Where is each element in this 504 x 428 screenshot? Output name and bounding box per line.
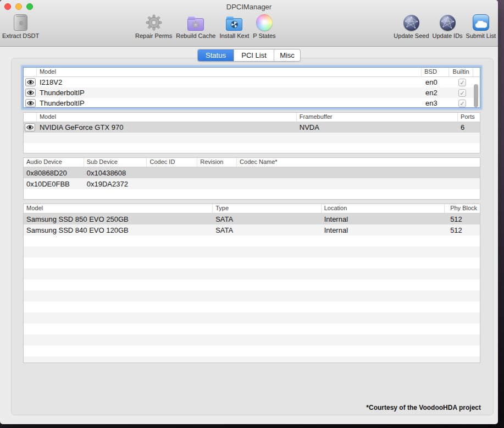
column-header-revision[interactable]: Revision	[197, 158, 237, 167]
table-row[interactable]: 0x10DE0FBB 0x19DA2372	[24, 178, 480, 189]
column-header-type[interactable]: Type	[213, 204, 322, 213]
submit-list-button[interactable]: Submit List	[466, 12, 496, 39]
table-row-empty	[24, 323, 480, 334]
gear-icon	[146, 12, 162, 32]
network-table-header: Model BSD Builtin	[24, 68, 480, 77]
audio-table: Audio Device Sub Device Codec ID Revisio…	[23, 157, 480, 200]
cell-location: Internal	[322, 215, 445, 223]
rebuild-cache-button[interactable]: Rebuild Cache	[176, 12, 215, 39]
column-header-model[interactable]: Model	[37, 113, 297, 122]
cell-type: SATA	[213, 215, 322, 223]
network-table: Model BSD Builtin I218V2 en0 ✓ Thunderbo…	[23, 67, 480, 108]
eye-button[interactable]	[25, 99, 36, 107]
table-row[interactable]: ThunderboltIP en2 ✓	[24, 87, 480, 98]
update-seed-button[interactable]: Update Seed	[394, 12, 429, 39]
graphics-table-header: Model Framebuffer Ports	[24, 113, 480, 122]
app-window: DPCIManager Extract DSDT Repair Perms	[0, 0, 498, 424]
update-ids-button[interactable]: Update IDs	[433, 12, 463, 39]
column-header-sub-device[interactable]: Sub Device	[84, 158, 147, 167]
color-wheel-icon	[256, 12, 273, 32]
table-row-empty	[24, 279, 480, 290]
cell-model: ThunderboltIP	[37, 99, 423, 107]
voodoohda-credit-note: *Courtesy of the VoodooHDA project	[366, 404, 481, 411]
cell-model: ThunderboltIP	[37, 89, 423, 97]
table-row-empty	[24, 268, 480, 279]
network-globe-icon	[403, 12, 419, 32]
scrollbar-thumb[interactable]	[474, 84, 478, 107]
cell-phy-block: 512	[445, 226, 480, 234]
blue-folder-fan-icon	[226, 12, 242, 32]
tab-misc[interactable]: Misc	[274, 50, 300, 61]
toolbar-label: P States	[253, 32, 275, 39]
table-row-empty	[24, 356, 480, 363]
toolbar-label: Install Kext	[219, 32, 249, 39]
column-header-audio-device[interactable]: Audio Device	[24, 158, 84, 167]
column-header-location[interactable]: Location	[322, 204, 445, 213]
cell-location: Internal	[322, 226, 445, 234]
toolbar-label: Submit List	[466, 32, 496, 39]
column-header-phy-block[interactable]: Phy Block	[445, 204, 480, 213]
tab-status[interactable]: Status	[198, 50, 234, 61]
column-header-model[interactable]: Model	[37, 68, 422, 76]
table-row[interactable]: NVIDIA GeForce GTX 970 NVDA 6	[24, 122, 480, 133]
mac-pro-icon	[14, 12, 27, 32]
column-header-ports[interactable]: Ports	[458, 113, 480, 122]
eye-button[interactable]	[25, 89, 36, 97]
table-row-empty	[24, 235, 480, 246]
window-title: DPCIManager	[0, 3, 498, 11]
table-row[interactable]: ThunderboltIP en3 ✓	[24, 98, 480, 108]
audio-table-header: Audio Device Sub Device Codec ID Revisio…	[24, 158, 480, 167]
cell-bsd: en3	[423, 99, 450, 107]
column-header-model[interactable]: Model	[24, 204, 213, 213]
cell-sub-device: 0x10438608	[84, 169, 147, 177]
table-row[interactable]: Samsung SSD 840 EVO 120GB SATA Internal …	[24, 224, 480, 235]
toolbar-label: Repair Perms	[135, 32, 172, 39]
cell-sub-device: 0x19DA2372	[84, 180, 147, 188]
builtin-checkbox[interactable]: ✓	[458, 89, 466, 97]
column-header-codec-id[interactable]: Codec ID	[147, 158, 197, 167]
status-panel: Model BSD Builtin I218V2 en0 ✓ Thunderbo…	[11, 58, 494, 415]
cell-model: Samsung SSD 840 EVO 120GB	[24, 226, 213, 234]
titlebar-toolbar: DPCIManager Extract DSDT Repair Perms	[0, 0, 498, 47]
table-row-empty	[24, 257, 480, 268]
scrollbar-spacer	[473, 68, 480, 76]
column-header-builtin[interactable]: Builtin	[449, 68, 473, 76]
cell-bsd: en0	[423, 78, 450, 86]
table-row-empty	[24, 189, 480, 200]
storage-table-header: Model Type Location Phy Block	[24, 204, 480, 213]
table-row[interactable]: Samsung SSD 850 EVO 250GB SATA Internal …	[24, 213, 480, 224]
cell-framebuffer: NVDA	[297, 123, 458, 131]
eye-button[interactable]	[25, 123, 35, 131]
cell-audio-device: 0x10DE0FBB	[24, 180, 84, 188]
toolbar-label: Rebuild Cache	[176, 32, 215, 39]
builtin-checkbox[interactable]: ✓	[458, 100, 466, 107]
table-row[interactable]: I218V2 en0 ✓	[24, 77, 480, 87]
tab-pci-list[interactable]: PCI List	[234, 50, 274, 61]
column-header-bsd[interactable]: BSD	[422, 68, 449, 76]
table-row-empty	[24, 345, 480, 356]
column-header-framebuffer[interactable]: Framebuffer	[297, 113, 458, 122]
eye-column-header[interactable]	[24, 113, 37, 122]
eye-column-header[interactable]	[24, 68, 37, 76]
extract-dsdt-button[interactable]: Extract DSDT	[2, 12, 39, 39]
graphics-table: Model Framebuffer Ports NVIDIA GeForce G…	[23, 112, 480, 153]
column-header-codec-name[interactable]: Codec Name*	[237, 158, 480, 167]
cell-model: NVIDIA GeForce GTX 970	[37, 123, 297, 131]
toolbar-label: Update IDs	[433, 32, 463, 39]
table-row-empty	[24, 290, 480, 301]
cell-ports: 6	[458, 123, 480, 131]
table-row-empty	[24, 312, 480, 323]
table-row-empty	[24, 246, 480, 257]
table-row[interactable]: 0x80868D20 0x10438608	[24, 167, 480, 178]
purple-folder-gear-icon	[187, 12, 204, 32]
builtin-checkbox[interactable]: ✓	[458, 79, 466, 86]
table-row-empty	[24, 334, 480, 345]
p-states-button[interactable]: P States	[253, 12, 275, 39]
cell-model: Samsung SSD 850 EVO 250GB	[24, 215, 213, 223]
view-segmented-control: Status PCI List Misc	[197, 49, 301, 62]
repair-perms-button[interactable]: Repair Perms	[135, 12, 172, 39]
eye-button[interactable]	[25, 78, 36, 86]
toolbar-label: Update Seed	[394, 32, 429, 39]
install-kext-button[interactable]: Install Kext	[219, 12, 249, 39]
table-row-empty	[24, 301, 480, 312]
